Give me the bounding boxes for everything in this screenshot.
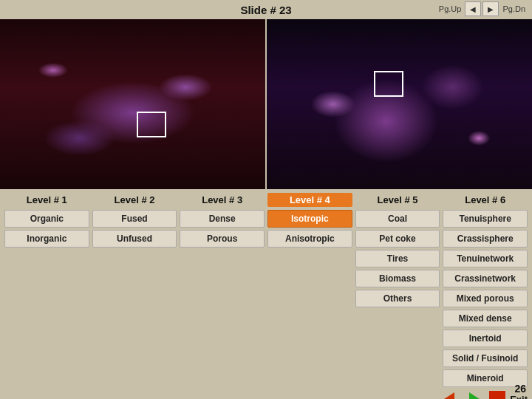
forward-icon bbox=[469, 392, 480, 399]
level-4-header: Level # 4 bbox=[267, 193, 352, 207]
organic-button[interactable]: Organic bbox=[4, 210, 89, 228]
pgup-button[interactable]: ◀ bbox=[465, 1, 481, 16]
pgup-label: Pg.Up bbox=[437, 4, 464, 13]
level-3-header: Level # 3 bbox=[180, 194, 265, 205]
slide-title: Slide # 23 bbox=[240, 4, 291, 16]
petcoke-button[interactable]: Pet coke bbox=[355, 230, 440, 248]
biomass-button[interactable]: Biomass bbox=[355, 270, 440, 287]
category-col-4: Isotropic Anisotropic bbox=[267, 210, 352, 387]
images-area bbox=[0, 19, 532, 189]
level-1-header: Level # 1 bbox=[4, 194, 89, 205]
selection-box-left bbox=[137, 112, 166, 137]
back-nav-button[interactable] bbox=[439, 390, 460, 399]
dense-button[interactable]: Dense bbox=[180, 210, 265, 228]
main-content: Level # 1 Level # 2 Level # 3 Level # 4 … bbox=[0, 189, 532, 399]
solid-fusinoid-button[interactable]: Solid / Fusinoid bbox=[443, 349, 528, 367]
header: Slide # 23 Pg.Up ◀ ▶ Pg.Dn bbox=[0, 0, 532, 19]
tires-button[interactable]: Tires bbox=[355, 250, 440, 267]
tenuisphere-button[interactable]: Tenuisphere bbox=[443, 210, 528, 228]
unfused-button[interactable]: Unfused bbox=[92, 230, 177, 248]
selection-box-right bbox=[374, 71, 403, 97]
page-number: 26 bbox=[514, 383, 526, 395]
levels-row: Level # 1 Level # 2 Level # 3 Level # 4 … bbox=[0, 189, 532, 208]
mixed-porous-button[interactable]: Mixed porous bbox=[443, 290, 528, 307]
level-6-header: Level # 6 bbox=[443, 194, 528, 205]
slide-image-right bbox=[267, 19, 532, 189]
forward-nav-button[interactable] bbox=[464, 390, 485, 399]
category-col-5: Coal Pet coke Tires Biomass Others bbox=[355, 210, 440, 387]
others-button[interactable]: Others bbox=[355, 290, 440, 307]
category-col-2: Fused Unfused bbox=[92, 210, 177, 387]
stop-button[interactable] bbox=[489, 391, 505, 399]
crassinetwork-button[interactable]: Crassinetwork bbox=[443, 270, 528, 287]
mixed-dense-button[interactable]: Mixed dense bbox=[443, 310, 528, 327]
coal-button[interactable]: Coal bbox=[355, 210, 440, 228]
porous-button[interactable]: Porous bbox=[180, 230, 265, 248]
back-icon bbox=[444, 392, 454, 399]
tenuinetwork-button[interactable]: Tenuinetwork bbox=[443, 250, 528, 267]
anisotropic-button[interactable]: Anisotropic bbox=[267, 230, 352, 248]
categories-row: Organic Inorganic Fused Unfused Dense Po… bbox=[0, 208, 532, 389]
category-col-1: Organic Inorganic bbox=[4, 210, 89, 387]
info-and-nav: Longside of the pictures: 200 microns Ex… bbox=[0, 389, 532, 399]
isotropic-button[interactable]: Isotropic bbox=[267, 210, 352, 228]
slide-image-left bbox=[0, 19, 267, 189]
crassisphere-button[interactable]: Crassisphere bbox=[443, 230, 528, 248]
image-bg-left bbox=[0, 19, 265, 189]
pgdn-label: Pg.Dn bbox=[500, 4, 528, 13]
category-col-3: Dense Porous bbox=[180, 210, 265, 387]
level-5-header: Level # 5 bbox=[355, 194, 440, 205]
pgdn-button[interactable]: ▶ bbox=[482, 1, 499, 16]
level-2-header: Level # 2 bbox=[92, 194, 177, 205]
inertoid-button[interactable]: Inertoid bbox=[443, 330, 528, 347]
nav-buttons: Pg.Up ◀ ▶ Pg.Dn bbox=[437, 1, 528, 16]
category-col-6: Tenuisphere Crassisphere Tenuinetwork Cr… bbox=[443, 210, 528, 387]
inorganic-button[interactable]: Inorganic bbox=[4, 230, 89, 248]
fused-button[interactable]: Fused bbox=[92, 210, 177, 228]
image-bg-right bbox=[267, 19, 532, 189]
